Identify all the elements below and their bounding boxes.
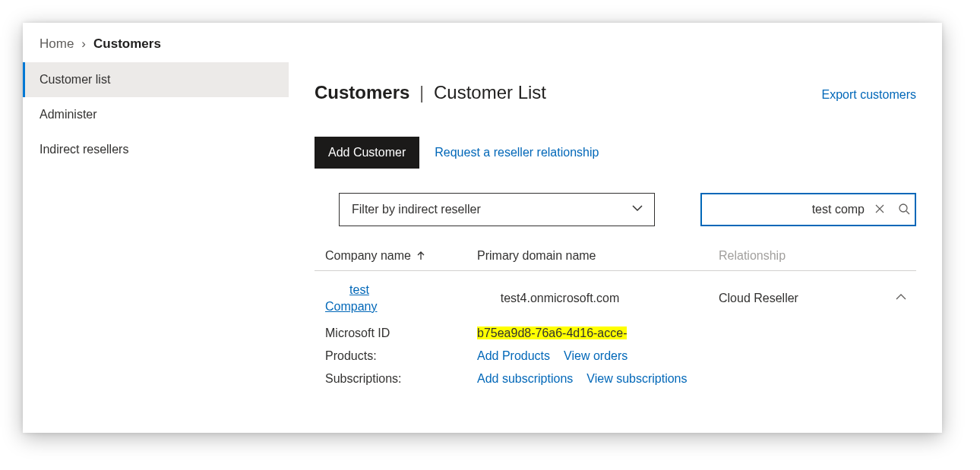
- msid-value: b75ea9d8-76a6-4d16-acce-: [477, 326, 627, 339]
- page-title: Customers | Customer List: [315, 82, 546, 103]
- view-orders-link[interactable]: View orders: [564, 349, 628, 363]
- subs-label: Subscriptions:: [325, 372, 477, 386]
- table-header: Company name Primary domain name Relatio…: [315, 226, 916, 271]
- title-divider: |: [419, 82, 424, 103]
- sidebar: Customer list Administer Indirect resell…: [23, 62, 289, 433]
- detail-products: Products: Add Products View orders: [315, 345, 916, 367]
- filter-label: Filter by indirect reseller: [352, 203, 481, 216]
- products-label: Products:: [325, 349, 477, 363]
- add-subscriptions-link[interactable]: Add subscriptions: [477, 372, 573, 386]
- search-icon: [898, 203, 910, 217]
- domain-value: test4.onmicrosoft.com: [477, 292, 719, 305]
- svg-point-0: [899, 204, 907, 212]
- breadcrumb-current: Customers: [93, 36, 161, 52]
- page-title-sub: Customer List: [434, 82, 546, 103]
- page-title-bold: Customers: [315, 82, 409, 103]
- sidebar-item-indirect-resellers[interactable]: Indirect resellers: [23, 132, 289, 167]
- search-button[interactable]: [895, 200, 913, 220]
- msid-label: Microsoft ID: [325, 326, 477, 340]
- company-line2: Company: [325, 298, 477, 315]
- add-products-link[interactable]: Add Products: [477, 349, 550, 363]
- breadcrumb: Home › Customers: [23, 23, 942, 62]
- close-icon: [874, 203, 886, 217]
- search-box[interactable]: [700, 193, 916, 226]
- relationship-value: Cloud Reseller: [719, 292, 886, 305]
- collapse-row-button[interactable]: [886, 291, 916, 306]
- col-relationship: Relationship: [719, 249, 886, 263]
- export-customers-link[interactable]: Export customers: [822, 88, 916, 102]
- breadcrumb-home[interactable]: Home: [40, 36, 74, 52]
- company-link[interactable]: test Company: [325, 282, 477, 314]
- main-content: Customers | Customer List Export custome…: [289, 62, 942, 433]
- chevron-down-icon: [631, 202, 643, 217]
- sidebar-item-administer[interactable]: Administer: [23, 97, 289, 132]
- sidebar-item-customer-list[interactable]: Customer list: [23, 62, 289, 97]
- detail-subscriptions: Subscriptions: Add subscriptions View su…: [315, 367, 916, 390]
- chevron-up-icon: [895, 291, 907, 306]
- add-customer-button[interactable]: Add Customer: [315, 137, 419, 169]
- chevron-right-icon: ›: [81, 36, 86, 52]
- table-row: test Company test4.onmicrosoft.com Cloud…: [315, 271, 916, 322]
- view-subscriptions-link[interactable]: View subscriptions: [586, 372, 687, 386]
- arrow-up-icon: [416, 251, 426, 261]
- clear-search-button[interactable]: [871, 200, 889, 220]
- filter-indirect-reseller-select[interactable]: Filter by indirect reseller: [339, 193, 655, 226]
- col-company-label: Company name: [325, 249, 411, 263]
- detail-msid: Microsoft ID b75ea9d8-76a6-4d16-acce-: [315, 322, 916, 345]
- search-input[interactable]: [713, 203, 865, 216]
- col-company[interactable]: Company name: [325, 249, 477, 263]
- col-domain[interactable]: Primary domain name: [477, 249, 719, 263]
- company-line1: test: [325, 282, 394, 298]
- request-reseller-link[interactable]: Request a reseller relationship: [435, 146, 599, 159]
